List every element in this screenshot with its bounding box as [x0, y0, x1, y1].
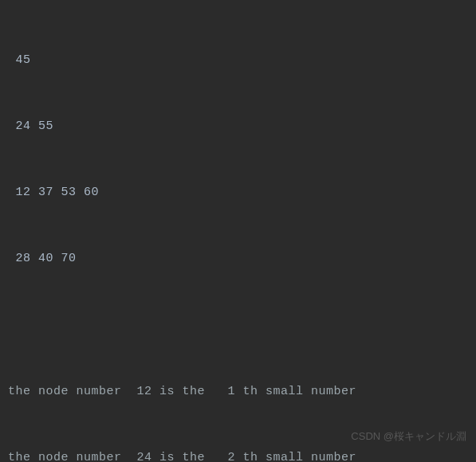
tree-line-2: 24 55 — [8, 116, 468, 138]
result-line: the node number 24 is the 2 th small num… — [8, 447, 468, 462]
watermark: CSDN @桜キャンドル淵 — [351, 427, 466, 446]
tree-line-1: 45 — [8, 49, 468, 72]
tree-line-4: 28 40 70 — [8, 248, 468, 270]
blank-line — [8, 315, 468, 337]
tree-line-3: 12 37 53 60 — [8, 182, 468, 204]
terminal-output: 45 24 55 12 37 53 60 28 40 70 the node n… — [8, 5, 468, 462]
result-line: the node number 12 is the 1 th small num… — [8, 381, 468, 403]
